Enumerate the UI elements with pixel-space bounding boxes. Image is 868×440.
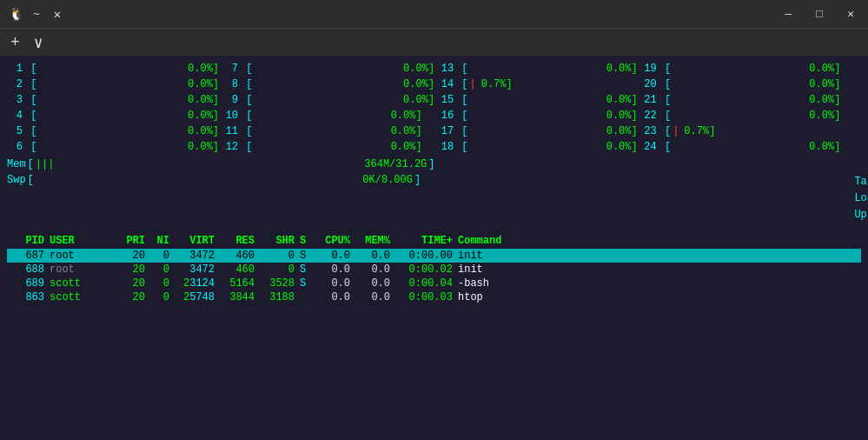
cell-virt: 3472 <box>175 263 220 276</box>
cpu-10: 10 [ 0.0%] <box>222 108 434 123</box>
cell-res: 5164 <box>220 277 260 290</box>
load-row: Load average: 0.05 0.02 0.00 <box>854 190 868 207</box>
cpu-24: 24 [ 0.0%] <box>641 139 841 155</box>
cell-shr: 3188 <box>260 291 300 303</box>
window-title: ~ <box>33 8 40 21</box>
cell-user: root <box>50 250 119 262</box>
cpu-23: 23 [ | 0.7%] <box>641 123 841 139</box>
titlebar-right: — □ ✕ <box>779 5 861 23</box>
cpu-17: 17 [ 0.0%] <box>438 123 638 139</box>
new-tab-button[interactable]: + <box>7 32 23 53</box>
cell-user: root <box>50 263 119 276</box>
cpu-4: 4 [ 0.0%] <box>7 108 219 123</box>
cpu-18: 18 [ 0.0%] <box>438 139 638 155</box>
cell-time: 0:00.03 <box>395 291 458 303</box>
cell-pri: 20 <box>119 263 150 276</box>
cpu-19: 19 [ 0.0%] <box>641 61 841 77</box>
cpu-11: 11 [ 0.0%] <box>222 123 434 139</box>
cell-pid: 863 <box>10 291 50 303</box>
mem-row: Mem [ ||| 364M/31.2G ] <box>7 157 840 172</box>
cpu-21: 21 [ 0.0%] <box>641 92 841 108</box>
cpu-5: 5 [ 0.0%] <box>7 123 219 139</box>
table-row[interactable]: 688 root 20 0 3472 460 0 S 0.0 0.0 0:00.… <box>7 263 861 277</box>
cell-cpu: 0.0 <box>315 250 355 262</box>
cell-cpu: 0.0 <box>315 291 355 303</box>
cell-mem: 0.0 <box>355 277 395 290</box>
cpu-meters: 1 [ 0.0%] 7 [ 0.0%] <box>7 61 840 224</box>
cell-ni: 0 <box>150 291 175 303</box>
col-header-time: TIME+ <box>395 235 458 247</box>
cell-s: S <box>300 263 315 276</box>
cell-time: 0:00.02 <box>395 263 458 276</box>
stats-area: 1 [ 0.0%] 7 [ 0.0%] <box>7 61 861 224</box>
cpu-14: 14 [ | 0.7%] <box>438 77 638 92</box>
cell-cmd: -bash <box>458 277 858 290</box>
table-row[interactable]: 687 root 20 0 3472 460 0 S 0.0 0.0 0:00.… <box>7 249 861 263</box>
cpu-13: 13 [ 0.0%] <box>438 61 638 77</box>
col-header-virt: VIRT <box>175 235 220 247</box>
swp-row: Swp [ 0K/8.00G ] <box>7 172 840 188</box>
cell-pid: 688 <box>10 263 50 276</box>
cpu-grid: 1 [ 0.0%] 7 [ 0.0%] <box>7 61 840 155</box>
cpu-22: 22 [ 0.0%] <box>641 108 841 123</box>
close-icon[interactable]: ✕ <box>49 5 66 23</box>
cell-pid: 687 <box>10 250 50 262</box>
titlebar: 🐧 ~ ✕ — □ ✕ <box>0 0 868 28</box>
close-window-button[interactable]: ✕ <box>840 5 861 23</box>
col-header-cmd: Command <box>458 235 858 247</box>
cell-cmd: init <box>458 250 858 262</box>
cell-pid: 689 <box>10 277 50 290</box>
cpu-8: 8 [ 0.0%] <box>222 77 434 92</box>
cell-ni: 0 <box>150 277 175 290</box>
cpu-20: 20 [ 0.0%] <box>641 77 841 92</box>
cell-user: scott <box>50 291 119 303</box>
cell-ni: 0 <box>150 263 175 276</box>
table-row[interactable]: 689 scott 20 0 23124 5164 3528 S 0.0 0.0… <box>7 277 861 290</box>
cell-res: 460 <box>220 263 260 276</box>
col-header-cpu: CPU% <box>315 235 355 247</box>
cpu-16: 16 [ 0.0%] <box>438 108 638 123</box>
col-header-user: USER <box>50 235 119 247</box>
col-header-ni: NI <box>150 235 175 247</box>
cell-cpu: 0.0 <box>315 277 355 290</box>
cell-virt: 23124 <box>175 277 220 290</box>
mem-swp-area: Mem [ ||| 364M/31.2G ] Swp [ <box>7 157 840 188</box>
cell-pri: 20 <box>119 291 150 303</box>
cpu-12: 12 [ 0.0%] <box>222 139 434 155</box>
cpu-6: 6 [ 0.0%] <box>7 139 219 155</box>
cell-mem: 0.0 <box>355 291 395 303</box>
col-header-res: RES <box>220 235 260 247</box>
table-row[interactable]: 863 scott 20 0 25748 3844 3188 0.0 0.0 0… <box>7 290 861 304</box>
cell-s <box>300 291 315 303</box>
cell-mem: 0.0 <box>355 263 395 276</box>
system-stats: Tasks: 4 , 0 ; 1 running Load average: 0… <box>840 61 868 224</box>
cell-s: S <box>300 277 315 290</box>
cell-virt: 25748 <box>175 291 220 303</box>
cell-mem: 0.0 <box>355 250 395 262</box>
cell-cmd: init <box>458 263 858 276</box>
cell-cmd: htop <box>458 291 858 303</box>
tab-menu-button[interactable]: ∨ <box>30 31 47 54</box>
process-table: PID USER PRI NI VIRT RES SHR S CPU% MEM%… <box>7 233 861 304</box>
terminal-icon: 🐧 <box>7 5 24 23</box>
cell-pri: 20 <box>119 250 150 262</box>
terminal-window: 🐧 ~ ✕ — □ ✕ + ∨ 1 [ <box>0 0 868 440</box>
cpu-7: 7 [ 0.0%] <box>222 61 434 77</box>
cell-shr: 0 <box>260 263 300 276</box>
cell-pri: 20 <box>119 277 150 290</box>
maximize-button[interactable]: □ <box>809 6 830 23</box>
cell-cpu: 0.0 <box>315 263 355 276</box>
cell-shr: 0 <box>260 250 300 262</box>
col-header-shr: SHR <box>260 235 300 247</box>
cell-time: 0:00.04 <box>395 277 458 290</box>
col-header-pri: PRI <box>119 235 150 247</box>
col-header-pid: PID <box>10 235 50 247</box>
cpu-15: 15 [ 0.0%] <box>438 92 638 108</box>
cell-time: 0:00.00 <box>395 250 458 262</box>
cpu-3: 3 [ 0.0%] <box>7 92 219 108</box>
minimize-button[interactable]: — <box>779 6 799 23</box>
cell-ni: 0 <box>150 250 175 262</box>
col-header-mem: MEM% <box>355 235 395 247</box>
col-header-s: S <box>300 235 315 247</box>
cell-virt: 3472 <box>175 250 220 262</box>
